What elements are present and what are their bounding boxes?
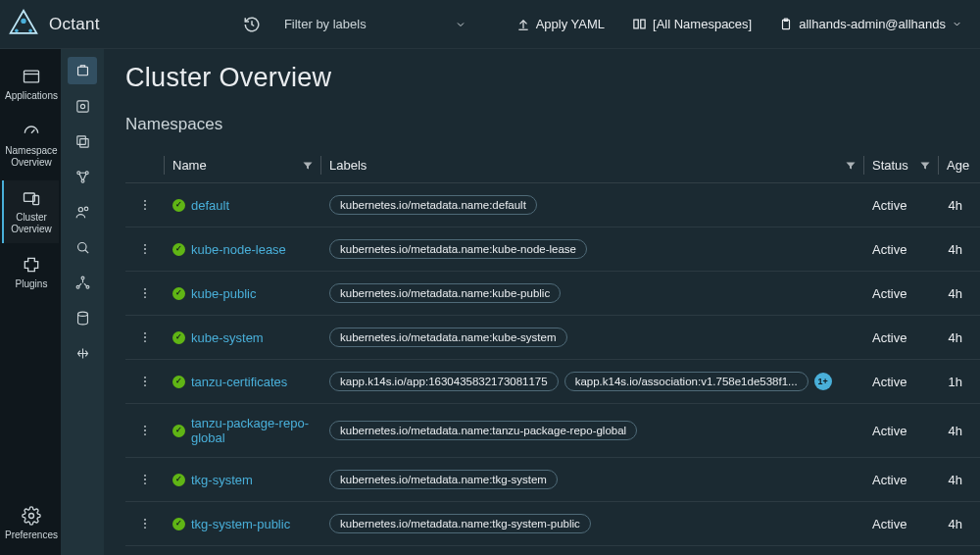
col-name[interactable]: Name xyxy=(165,148,321,183)
nav2-rbac[interactable] xyxy=(68,198,97,226)
label-chip[interactable]: kubernetes.io/metadata.name:default xyxy=(329,195,537,215)
row-actions-button[interactable] xyxy=(133,330,157,344)
svg-line-26 xyxy=(84,249,87,252)
svg-rect-19 xyxy=(76,135,85,144)
svg-point-42 xyxy=(144,340,146,342)
namespace-link[interactable]: tanzu-package-repo-global xyxy=(191,416,314,445)
row-actions-button[interactable] xyxy=(133,198,157,212)
table-row: tanzu-certificateskapp.k14s.io/app:16304… xyxy=(125,360,980,404)
age-cell: 4h xyxy=(939,458,980,502)
label-chip[interactable]: kapp.k14s.io/app:1630435832173081175 xyxy=(329,372,559,391)
apply-yaml-button[interactable]: Apply YAML xyxy=(511,13,611,35)
label-chip[interactable]: kubernetes.io/metadata.name:kube-node-le… xyxy=(329,239,587,259)
svg-point-35 xyxy=(144,248,146,250)
svg-point-17 xyxy=(80,104,84,108)
status-ok-icon xyxy=(172,425,185,437)
svg-point-54 xyxy=(144,527,146,529)
nav2-network[interactable] xyxy=(68,163,97,190)
age-cell: 4h xyxy=(939,183,980,227)
label-chip[interactable]: kubernetes.io/metadata.name:tkg-system-p… xyxy=(329,514,591,533)
status-cell: Active xyxy=(864,316,939,360)
namespace-selector[interactable]: [All Namespaces] xyxy=(626,13,758,35)
row-actions-button[interactable] xyxy=(133,242,157,256)
namespace-link[interactable]: default xyxy=(191,198,229,213)
namespace-link[interactable]: tkg-system xyxy=(191,473,253,487)
svg-rect-18 xyxy=(79,138,88,147)
svg-point-52 xyxy=(144,519,146,521)
nav2-search[interactable] xyxy=(68,233,97,261)
svg-point-41 xyxy=(144,336,146,338)
more-labels-badge[interactable]: 1+ xyxy=(814,373,832,390)
svg-point-37 xyxy=(144,288,146,290)
age-cell: 4h xyxy=(939,404,980,458)
upload-icon xyxy=(516,18,530,31)
nav2-nodes[interactable] xyxy=(68,269,97,296)
row-actions-button[interactable] xyxy=(133,375,157,388)
col-status[interactable]: Status xyxy=(864,148,939,183)
octant-logo-icon xyxy=(8,9,39,40)
svg-point-24 xyxy=(84,207,88,211)
svg-point-50 xyxy=(144,479,146,480)
svg-point-33 xyxy=(144,208,146,210)
context-selector[interactable]: allhands-admin@allhands xyxy=(773,13,968,35)
namespace-link[interactable]: kube-node-lease xyxy=(191,242,286,257)
history-button[interactable] xyxy=(239,12,265,37)
nav-applications[interactable]: Applications xyxy=(2,59,59,110)
status-cell: Active xyxy=(864,458,939,502)
nav2-storage[interactable] xyxy=(68,304,97,331)
age-cell: 4h xyxy=(939,227,980,272)
svg-point-45 xyxy=(144,384,146,386)
svg-point-34 xyxy=(144,244,146,246)
col-labels[interactable]: Labels xyxy=(321,148,864,183)
gauge-icon xyxy=(22,122,41,141)
filter-icon[interactable] xyxy=(919,160,931,172)
svg-rect-15 xyxy=(77,67,87,76)
nav-namespace-overview[interactable]: Namespace Overview xyxy=(2,114,59,177)
label-chip[interactable]: kapp.k14s.io/association:v1.758e1de538f1… xyxy=(564,372,808,391)
filter-by-labels-dropdown[interactable]: Filter by labels xyxy=(280,13,470,35)
svg-point-53 xyxy=(144,523,146,525)
label-chip[interactable]: kubernetes.io/metadata.name:tkg-system xyxy=(329,470,558,489)
nav2-namespaces[interactable] xyxy=(68,57,97,84)
svg-point-36 xyxy=(144,252,146,254)
nav2-crds[interactable] xyxy=(68,92,97,120)
nav2-portforward[interactable] xyxy=(68,339,97,367)
nav-preferences[interactable]: Preferences xyxy=(2,498,59,549)
label-chip[interactable]: kubernetes.io/metadata.name:tanzu-packag… xyxy=(329,421,637,440)
svg-rect-13 xyxy=(33,196,39,205)
row-actions-button[interactable] xyxy=(133,286,157,300)
nav-plugins[interactable]: Plugins xyxy=(2,247,59,298)
filter-icon[interactable] xyxy=(302,160,314,172)
nav2-copy[interactable] xyxy=(68,127,97,155)
status-ok-icon xyxy=(172,243,185,256)
table-row: tkg-system-publickubernetes.io/metadata.… xyxy=(125,502,980,546)
age-cell: 1h xyxy=(939,360,980,404)
label-chip[interactable]: kubernetes.io/metadata.name:kube-system xyxy=(329,328,567,347)
filter-icon[interactable] xyxy=(845,160,857,172)
row-actions-button[interactable] xyxy=(133,424,157,437)
plugin-icon xyxy=(22,255,41,275)
status-ok-icon xyxy=(172,199,185,212)
row-actions-button[interactable] xyxy=(133,473,157,486)
svg-rect-9 xyxy=(24,71,39,82)
filter-label: Filter by labels xyxy=(284,17,367,31)
table-row: tkg-systemkubernetes.io/metadata.name:tk… xyxy=(125,458,980,502)
svg-point-49 xyxy=(144,475,146,477)
col-age[interactable]: Age xyxy=(939,148,980,183)
row-actions-button[interactable] xyxy=(133,517,157,530)
namespace-link[interactable]: tanzu-certificates xyxy=(191,375,287,389)
age-cell: 4h xyxy=(939,272,980,316)
status-ok-icon xyxy=(172,331,185,344)
nav-cluster-overview[interactable]: Cluster Overview xyxy=(2,180,59,243)
label-chip[interactable]: kubernetes.io/metadata.name:kube-public xyxy=(329,283,561,303)
svg-point-3 xyxy=(28,28,32,32)
chevron-down-icon xyxy=(455,19,466,30)
namespace-link[interactable]: tkg-system-public xyxy=(191,517,290,531)
main-content: Cluster Overview Namespaces Name xyxy=(104,49,980,555)
svg-point-27 xyxy=(81,277,84,279)
namespace-link[interactable]: kube-public xyxy=(191,286,257,301)
namespace-link[interactable]: kube-system xyxy=(191,330,264,345)
svg-point-25 xyxy=(77,242,86,251)
app-header: Octant Filter by labels Apply YAML [All … xyxy=(0,0,980,49)
status-cell: Active xyxy=(864,502,939,546)
